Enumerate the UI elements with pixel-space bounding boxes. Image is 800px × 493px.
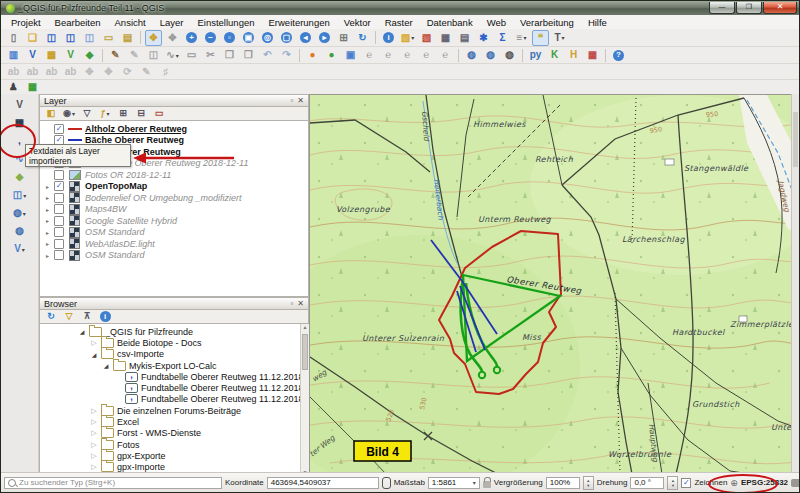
layer-item-altholz-oberer-reutweg[interactable]: ✓Altholz Oberer Reutweg	[40, 123, 308, 135]
chevron-down-icon[interactable]: ▾	[473, 479, 476, 486]
expand-open-icon[interactable]: ◢	[78, 328, 86, 335]
statistical-summary-button[interactable]: Σ	[494, 30, 511, 46]
add-db-layer-button[interactable]: ◫▾	[11, 187, 28, 203]
messages-icon[interactable]	[791, 479, 800, 487]
browser-scrollbar[interactable]: ▲ ▼	[300, 324, 309, 475]
browser-item-fotos[interactable]: ▷Fotos	[40, 439, 308, 450]
zoom-next-button[interactable]: ▸	[316, 30, 333, 46]
plugin-gray-5-button[interactable]: ℮	[437, 47, 454, 63]
layer-item-maps4bw[interactable]: ▸Maps4BW	[40, 204, 308, 216]
new-geopackage-layer-button[interactable]: ◆	[81, 47, 98, 63]
collapse-all-button[interactable]: ⊟	[133, 107, 149, 121]
close-button[interactable]: ✕	[763, 2, 797, 14]
change-label-button[interactable]: ✎	[138, 64, 155, 80]
filter-browser-button[interactable]: ▽	[61, 310, 77, 324]
processing-toolbox-button[interactable]: ✱	[475, 30, 492, 46]
dropdown-arrow-icon[interactable]: ▾	[22, 246, 25, 253]
menu-layer[interactable]: Layer	[153, 17, 191, 28]
menu-datenbank[interactable]: Datenbank	[420, 17, 480, 28]
data-source-manager-button[interactable]: ▥	[5, 47, 22, 63]
mouse-position-icon[interactable]	[382, 477, 391, 489]
expand-arrow-icon[interactable]: ▸	[44, 183, 51, 190]
browser-item-qgis-f-r-pilzfreunde[interactable]: ◢_QGIS für Pilzfreunde	[40, 326, 308, 337]
add-spatialite-layer-button[interactable]: ◆	[11, 169, 28, 185]
layer-checkbox[interactable]	[54, 250, 64, 260]
layers-panel-header[interactable]: Layer ▫ ✕	[39, 94, 309, 107]
add-raster-layer-dock-button[interactable]: ▦	[11, 115, 28, 131]
expand-all-button[interactable]: ⊞	[115, 107, 131, 121]
expand-closed-icon[interactable]: ▷	[90, 339, 98, 347]
layer-item-bodenrelief-or-umgebung-modifiziert[interactable]: ▸Bodenrelief OR Umgebung _modifiziert	[40, 192, 308, 204]
browser-item-fundtabelle-oberer-reutweg-11-12-2018-xlsx[interactable]: ,Fundtabelle Oberer Reutweg 11.12.2018.x…	[40, 394, 308, 405]
browser-item-excel[interactable]: ▷Excel	[40, 416, 308, 427]
map-tips-button[interactable]: ❝	[532, 30, 549, 46]
paste-features-button[interactable]: ❒	[240, 47, 257, 63]
zoom-last-button[interactable]: ◂	[297, 30, 314, 46]
browser-item-beide-biotope-docs[interactable]: ▷Beide Biotope - Docs	[40, 337, 308, 348]
add-wms-layer-button[interactable]: ◍▾	[11, 205, 28, 221]
misc-tool-2-button[interactable]: ▦	[24, 79, 41, 95]
add-raster-layer-button[interactable]: ▦	[43, 47, 60, 63]
layer-checkbox[interactable]: ✓	[54, 124, 64, 134]
project-save-button[interactable]: ◫	[43, 30, 60, 46]
refresh-map-button[interactable]: ↻	[354, 30, 371, 46]
menu-vektor[interactable]: Vektor	[337, 17, 378, 28]
close-panel-icon[interactable]: ✕	[297, 96, 304, 105]
expand-closed-icon[interactable]: ▷	[90, 452, 98, 460]
dropdown-arrow-icon[interactable]: ▾	[72, 110, 75, 117]
statistics-panel-button[interactable]: ▤	[456, 30, 473, 46]
diagram-options-button[interactable]: ab	[62, 64, 79, 80]
plugin-gray-2-button[interactable]: ℮	[380, 47, 397, 63]
browser-item-mykis-export-lo-calc[interactable]: ◢Mykis-Export LO-Calc	[40, 360, 308, 371]
add-vector-layer-button[interactable]: V	[24, 47, 41, 63]
open-attribute-table-button[interactable]: ▦	[437, 30, 454, 46]
plugin-gray-1-button[interactable]: ℮	[361, 47, 378, 63]
web-globe-1-button[interactable]: ◍	[463, 47, 480, 63]
collapse-all-browser-button[interactable]: ⊼	[79, 310, 95, 324]
crs-globe-icon[interactable]: ⊕	[730, 478, 738, 488]
map-scrollbar[interactable]	[791, 94, 799, 473]
delete-selected-button[interactable]: ▭	[183, 47, 200, 63]
osm-download-button[interactable]: ●	[304, 47, 321, 63]
move-label-button[interactable]: ✥	[100, 64, 117, 80]
menu-web[interactable]: Web	[480, 17, 513, 28]
pan-to-selection-button[interactable]: ✥	[164, 30, 181, 46]
browser-item-fundtabelle-oberer-reutweg-11-12-2018-bearbeitet-xlsx[interactable]: ,Fundtabelle Oberer Reutweg 11.12.2018 -…	[40, 382, 308, 393]
layer-checkbox[interactable]	[54, 193, 64, 203]
scroll-thumb[interactable]	[302, 334, 308, 370]
add-wfs-layer-button[interactable]: V▾	[11, 241, 28, 257]
locator-search-input[interactable]: Zu suchender Typ (Strg+K)	[4, 477, 222, 489]
expand-open-icon[interactable]: ◢	[90, 351, 98, 358]
menu-raster[interactable]: Raster	[378, 17, 420, 28]
zoom-to-selection-button[interactable]: ◎	[259, 30, 276, 46]
menu-ansicht[interactable]: Ansicht	[108, 17, 153, 28]
browser-item-fundtabelle-oberer-reutweg-11-12-2018-bearbeitet-csv[interactable]: ,Fundtabelle Oberer Reutweg 11.12.2018 -…	[40, 371, 308, 382]
layer-checkbox[interactable]	[54, 239, 64, 249]
copy-features-button[interactable]: ❐	[221, 47, 238, 63]
current-edits-button[interactable]: ✎	[107, 47, 124, 63]
zoom-full-button[interactable]: ▣	[240, 30, 257, 46]
browser-properties-button[interactable]: i	[97, 310, 113, 324]
layer-item-osm-standard[interactable]: ▸OSM Standard	[40, 250, 308, 262]
dropdown-arrow-icon[interactable]: ▾	[23, 210, 26, 217]
dropdown-arrow-icon[interactable]: ▾	[176, 52, 179, 59]
dropdown-arrow-icon[interactable]: ▾	[523, 34, 526, 41]
dropdown-arrow-icon[interactable]: ▾	[23, 192, 26, 199]
browser-item-csv-importe[interactable]: ◢csv-Importe	[40, 349, 308, 360]
refresh-browser-button[interactable]: ↻	[43, 310, 59, 324]
project-save-copy-button[interactable]: ◫	[81, 30, 98, 46]
layer-item-webatlasde-light[interactable]: ▸WebAtlasDE.light	[40, 238, 308, 250]
add-wcs-layer-button[interactable]: ◍	[11, 223, 28, 239]
zoom-out-button[interactable]: −	[202, 30, 219, 46]
browser-item-forst-wms-dienste[interactable]: ▷Forst - WMS-Dienste	[40, 428, 308, 439]
new-shapefile-layer-button[interactable]: V	[62, 47, 79, 63]
kml-export-button[interactable]: K	[546, 47, 563, 63]
close-panel-icon[interactable]: ✕	[297, 299, 304, 308]
layer-labeling-button[interactable]: ab	[5, 64, 22, 80]
project-open-button[interactable]: ❏	[24, 30, 41, 46]
rotation-input[interactable]: 0,0 °	[630, 477, 664, 489]
layer-checkbox[interactable]	[54, 216, 64, 226]
add-vector-layer-dock-button[interactable]: V	[11, 97, 28, 113]
expand-arrow-icon[interactable]: ▸	[44, 206, 51, 213]
expand-open-icon[interactable]: ◢	[102, 362, 110, 369]
